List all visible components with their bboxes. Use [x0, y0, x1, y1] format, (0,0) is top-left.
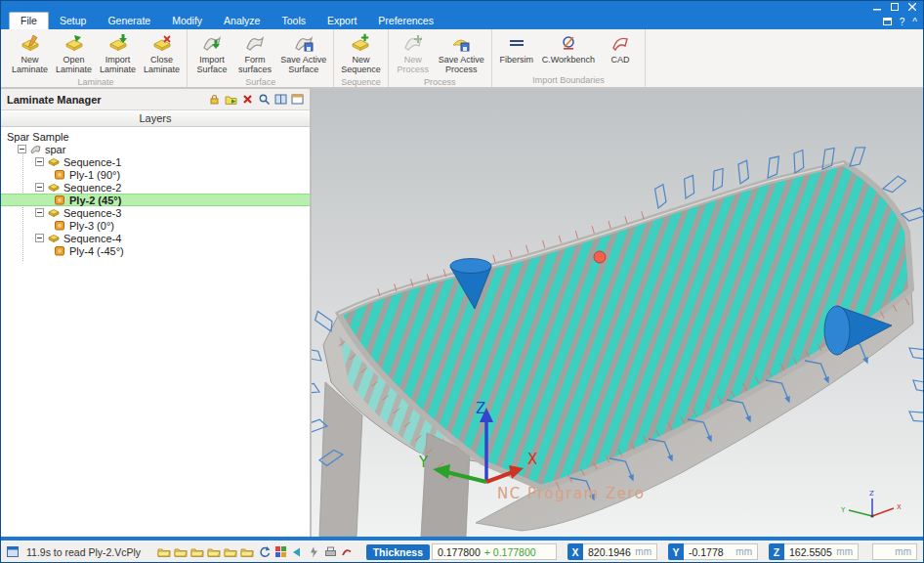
ribbon-group-process: New Process Save Active Process Process: [389, 29, 492, 87]
statusbar-tool-icons: [157, 545, 355, 559]
folder-tool-icon-3[interactable]: [190, 545, 205, 559]
layers-column-header[interactable]: Layers: [1, 110, 310, 127]
new-laminate-button[interactable]: New Laminate: [9, 31, 51, 76]
sequence-icon: [47, 232, 61, 244]
help-icon[interactable]: ?: [900, 18, 905, 27]
lock-icon[interactable]: [207, 93, 221, 107]
tree-item-sequence-4[interactable]: Sequence-4: [1, 232, 310, 244]
minimize-button[interactable]: [871, 3, 882, 12]
tree-expander[interactable]: [35, 208, 44, 217]
cad-boundary-icon[interactable]: [340, 545, 355, 559]
tree-expander[interactable]: [18, 145, 26, 153]
tree-expander[interactable]: [35, 157, 44, 166]
title-bar: [1, 1, 923, 13]
menu-file[interactable]: File: [9, 12, 49, 29]
delete-icon[interactable]: [240, 93, 254, 107]
arrow-left-icon[interactable]: [290, 545, 305, 559]
ply-icon: [53, 219, 66, 232]
surface-node-icon: [29, 143, 42, 155]
folder-tool-icon-5[interactable]: [224, 545, 238, 559]
3d-scene[interactable]: Z Y X NC Program Zero Z Y X: [312, 89, 923, 537]
menu-export[interactable]: Export: [316, 13, 367, 29]
new-laminate-icon: [20, 32, 41, 54]
tree-item-ply-1[interactable]: Ply-1 (90°): [1, 168, 310, 181]
maximize-button[interactable]: [889, 3, 900, 12]
sequence-icon: [47, 181, 61, 194]
menu-preferences[interactable]: Preferences: [367, 13, 444, 29]
tree-item-sequence-2[interactable]: Sequence-2: [1, 181, 310, 194]
import-surface-button[interactable]: Import Surface: [191, 31, 232, 76]
x-coordinate-field[interactable]: 820.1946 mm: [583, 543, 657, 560]
menu-generate[interactable]: Generate: [97, 13, 161, 29]
form-surfaces-icon: [244, 32, 266, 54]
form-surfaces-button[interactable]: Form surfaces: [234, 31, 275, 76]
thickness-button[interactable]: Thickness: [366, 544, 430, 560]
ribbon-group-sequence: New Sequence Sequence: [334, 29, 389, 87]
collapse-ribbon-icon[interactable]: ^: [912, 18, 917, 27]
x-coordinate: X 820.1946 mm: [567, 543, 657, 560]
menu-modify[interactable]: Modify: [161, 13, 213, 29]
new-process-icon: [402, 32, 424, 54]
new-sequence-button[interactable]: New Sequence: [338, 31, 384, 76]
z-coordinate-field[interactable]: 162.5505 mm: [784, 543, 859, 560]
y-axis-label: Y: [418, 454, 429, 471]
folder-tool-icon-4[interactable]: [207, 545, 222, 559]
import-surface-icon: [201, 32, 223, 54]
save-active-process-button[interactable]: Save Active Process: [436, 31, 487, 76]
tree-item-ply-4[interactable]: Ply-4 (-45°): [1, 244, 310, 257]
units-field[interactable]: mm: [872, 543, 917, 560]
tree-item-sequence-1[interactable]: Sequence-1: [1, 155, 310, 168]
tree-item-ply-3[interactable]: Ply-3 (0°): [1, 219, 310, 232]
folder-tool-icon-2[interactable]: [174, 545, 189, 559]
import-laminate-button[interactable]: Import Laminate: [97, 31, 139, 76]
open-laminate-button[interactable]: Open Laminate: [53, 31, 95, 76]
seed-point-marker[interactable]: [594, 251, 606, 263]
color-grid-icon[interactable]: [273, 545, 288, 559]
tree-expander[interactable]: [35, 183, 44, 192]
tree-item-spar[interactable]: spar: [1, 143, 310, 155]
export-folder-icon[interactable]: [224, 93, 237, 107]
cad-button[interactable]: CAD: [600, 31, 641, 65]
close-laminate-icon: [151, 32, 173, 54]
menu-setup[interactable]: Setup: [49, 13, 97, 29]
group-label-sequence: Sequence: [338, 76, 384, 89]
open-laminate-icon: [63, 32, 85, 54]
search-icon[interactable]: [257, 93, 271, 107]
folder-tool-icon-6[interactable]: [240, 545, 255, 559]
status-message: 11.9s to read Ply-2.VcPly: [26, 546, 141, 558]
panel-layout-icon[interactable]: [290, 93, 304, 107]
ribbon-toolbar: New Laminate Open Laminate Import Lamina…: [1, 29, 923, 89]
thickness-field[interactable]: 0.177800 + 0.177800: [432, 543, 557, 560]
tree-item-ply-2-selected[interactable]: Ply-2 (45°): [1, 194, 310, 206]
refresh-icon[interactable]: [257, 545, 272, 559]
menu-bar: File Setup Generate Modify Analyze Tools…: [1, 13, 923, 29]
save-active-surface-button[interactable]: Save Active Surface: [277, 31, 329, 76]
split-view-icon[interactable]: [273, 93, 287, 107]
tree-item-spar-sample[interactable]: Spar Sample: [1, 130, 310, 143]
lightning-icon[interactable]: [307, 545, 321, 559]
3d-viewport[interactable]: Z Y X NC Program Zero Z Y X: [312, 89, 923, 537]
printer-icon[interactable]: [323, 545, 338, 559]
menu-tools[interactable]: Tools: [271, 13, 316, 29]
toolbar-options-icon[interactable]: [883, 18, 892, 27]
folder-tool-icon-1[interactable]: [157, 545, 172, 559]
tree-item-sequence-3[interactable]: Sequence-3: [1, 206, 310, 219]
group-label-import-boundaries: Import Boundaries: [496, 74, 641, 87]
z-axis-label: Z: [476, 400, 485, 417]
thickness-value: 0.177800: [438, 546, 481, 558]
group-label-surface: Surface: [191, 76, 329, 89]
import-laminate-icon: [107, 32, 129, 54]
mini-y-label: Y: [840, 506, 846, 514]
new-process-button[interactable]: New Process: [393, 31, 434, 76]
laminate-tree: Spar Sample spar Sequence-1 Ply-1 (90°): [1, 127, 310, 537]
fibersim-button[interactable]: Fibersim: [496, 31, 537, 65]
close-button[interactable]: [906, 3, 917, 12]
ply-icon: [53, 244, 66, 257]
close-laminate-button[interactable]: Close Laminate: [141, 31, 183, 76]
z-coordinate: Z 162.5505 mm: [769, 543, 859, 560]
menu-analyze[interactable]: Analyze: [213, 13, 271, 29]
tree-expander[interactable]: [35, 234, 44, 242]
y-coordinate-field[interactable]: -0.1778 mm: [684, 543, 758, 560]
cworkbench-button[interactable]: C.Workbench: [539, 31, 598, 65]
panel-title: Laminate Manager: [7, 94, 207, 106]
